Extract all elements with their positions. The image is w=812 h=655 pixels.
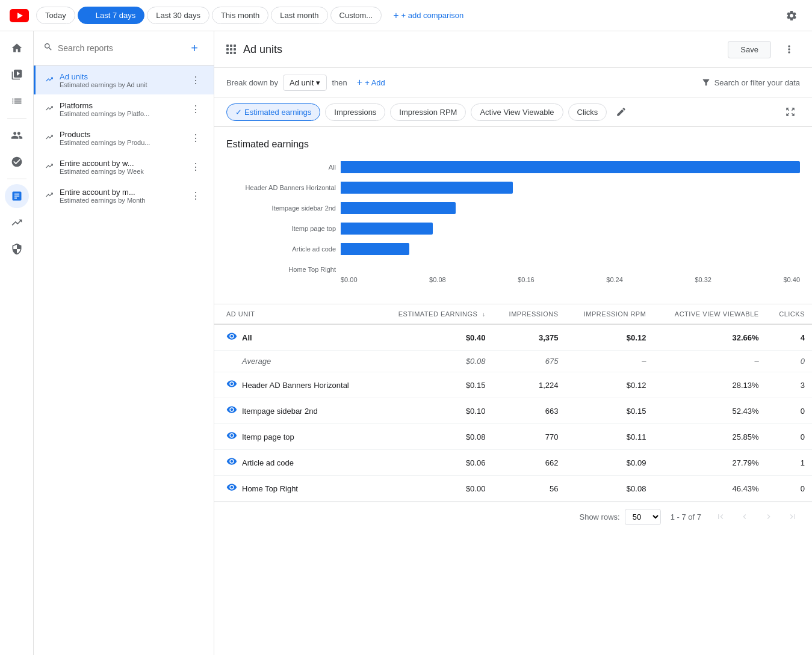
chart-bar-label-article: Article ad code (226, 245, 341, 253)
content-header: Ad units Save (214, 31, 812, 68)
main-area: + Ad units Estimated earnings by Ad unit… (0, 31, 812, 655)
eye-icon-home (226, 482, 237, 495)
td-article-rpm: $0.09 (566, 450, 654, 476)
th-impression-rpm[interactable]: Impression RPM (566, 304, 654, 324)
eye-icon-itemp (226, 430, 237, 443)
table-row-all: All $0.40 3,375 $0.12 32.66% 4 (214, 324, 812, 351)
table-row-header-ad: Header AD Banners Horizontal $0.15 1,224… (214, 372, 812, 398)
add-comparison-button[interactable]: + + add comparison (384, 6, 473, 25)
breakdown-value: Ad unit (290, 78, 314, 87)
sidebar-item-entire-month[interactable]: Entire account by m... Estimated earning… (34, 181, 214, 210)
search-filter-area: Search or filter your data (701, 78, 800, 87)
add-breakdown-button[interactable]: + + Add (352, 74, 390, 91)
chart-section: Estimated earnings All (214, 127, 812, 304)
rows-per-page-select[interactable]: 50 10 25 100 (625, 509, 661, 525)
plus-icon: + (191, 42, 198, 55)
sidebar-item-playlist[interactable] (5, 89, 29, 113)
chart-bar-track-header-ad (341, 182, 800, 194)
last-page-button[interactable] (783, 507, 802, 526)
sidebar-item-platforms-subtitle: Estimated earnings by Platfo... (60, 110, 187, 117)
th-active-view-viewable[interactable]: Active View Viewable (653, 304, 766, 324)
sidebar-item-ad-units-menu[interactable]: ⋮ (187, 72, 204, 88)
sidebar-item-platforms-menu[interactable]: ⋮ (187, 100, 204, 117)
th-ad-unit[interactable]: AD UNIT (214, 304, 377, 324)
td-article-avv: 27.79% (653, 450, 766, 476)
td-all-earnings: $0.40 (377, 324, 493, 351)
metrics-row: ✓ Estimated earnings Impressions Impress… (214, 97, 812, 127)
sidebar-item-audience[interactable] (5, 123, 29, 147)
eye-icon-all (226, 331, 237, 344)
metric-active-view-viewable[interactable]: Active View Viewable (471, 103, 563, 121)
sidebar-item-entire-month-menu[interactable]: ⋮ (187, 187, 204, 204)
sidebar-item-platforms[interactable]: Platforms Estimated earnings by Platfo..… (34, 94, 214, 123)
sidebar-item-analytics[interactable] (5, 184, 29, 208)
sidebar-item-ad-units[interactable]: Ad units Estimated earnings by Ad unit ⋮ (34, 66, 214, 94)
plus-icon: + (357, 77, 362, 88)
sidebar-item-block[interactable] (5, 150, 29, 174)
table-row-itempage: Itempage sidebar 2nd $0.10 663 $0.15 52.… (214, 398, 812, 424)
expand-chart-button[interactable] (781, 102, 800, 121)
sidebar-item-security[interactable] (5, 237, 29, 261)
sidebar-item-home[interactable] (5, 36, 29, 60)
grid-icon (226, 45, 236, 54)
td-header-ad-impressions: 1,224 (492, 372, 565, 398)
sidebar-item-trending[interactable] (5, 211, 29, 235)
then-label: then (332, 78, 347, 87)
last-30-days-button[interactable]: Last 30 days (147, 7, 209, 24)
table-section: AD UNIT Estimated earnings ↓ Impressions… (214, 304, 812, 531)
td-avg-avv: – (653, 351, 766, 372)
metric-impressions[interactable]: Impressions (325, 103, 385, 121)
chart-bar-track-itempage (341, 202, 800, 214)
settings-button[interactable] (781, 5, 802, 26)
sidebar-item-content[interactable] (5, 63, 29, 87)
pagination-row: Show rows: 50 10 25 100 1 - 7 of 7 (214, 502, 812, 531)
sidebar-item-entire-week-menu[interactable]: ⋮ (187, 158, 204, 175)
content-area: Ad units Save Break down by Ad unit ▾ th… (214, 31, 812, 655)
sidebar-item-entire-month-text: Entire account by m... Estimated earning… (60, 188, 187, 204)
main-scroll-area: Estimated earnings All (214, 127, 812, 655)
sidebar-item-products[interactable]: Products Estimated earnings by Produ... … (34, 123, 214, 152)
add-report-button[interactable]: + (185, 38, 204, 58)
td-itemp-clicks: 0 (766, 424, 812, 450)
edit-metrics-button[interactable] (612, 102, 631, 121)
metric-estimated-earnings[interactable]: ✓ Estimated earnings (226, 103, 320, 121)
chart-bar-label-home: Home Top Right (226, 266, 341, 273)
th-clicks[interactable]: Clicks (766, 304, 812, 324)
app-container: Today ✓ Last 7 days Last 30 days This mo… (0, 0, 812, 655)
metric-impression-rpm[interactable]: Impression RPM (390, 103, 466, 121)
sidebar-item-entire-week[interactable]: Entire account by w... Estimated earning… (34, 152, 214, 181)
first-page-button[interactable] (711, 507, 730, 526)
page-info: 1 - 7 of 7 (671, 512, 701, 521)
search-filter-text[interactable]: Search or filter your data (714, 78, 800, 87)
chart-bar-fill-article (341, 243, 409, 255)
more-options-button[interactable] (778, 38, 800, 60)
td-avg-name: Average (214, 351, 377, 372)
custom-button[interactable]: Custom... (330, 7, 382, 24)
save-button[interactable]: Save (728, 41, 771, 58)
chart-bar-label-itemp: Itemp page top (226, 225, 341, 232)
this-month-button[interactable]: This month (212, 7, 268, 24)
chart-bar-track-all (341, 161, 800, 173)
prev-page-button[interactable] (735, 507, 754, 526)
sidebar-list: Ad units Estimated earnings by Ad unit ⋮… (34, 66, 214, 655)
breakdown-select[interactable]: Ad unit ▾ (283, 75, 327, 91)
td-home-impressions: 56 (492, 476, 565, 502)
td-avg-earnings: $0.08 (377, 351, 493, 372)
next-page-button[interactable] (759, 507, 778, 526)
td-article-impressions: 662 (492, 450, 565, 476)
th-impressions[interactable]: Impressions (492, 304, 565, 324)
td-home-rpm: $0.08 (566, 476, 654, 502)
search-reports-input[interactable] (58, 43, 180, 53)
last-7-days-button[interactable]: ✓ Last 7 days (78, 7, 145, 24)
td-itemp-earnings: $0.08 (377, 424, 493, 450)
td-article-clicks: 1 (766, 450, 812, 476)
metric-clicks[interactable]: Clicks (568, 103, 607, 121)
th-estimated-earnings[interactable]: Estimated earnings ↓ (377, 304, 493, 324)
last-month-button[interactable]: Last month (271, 7, 327, 24)
today-button[interactable]: Today (36, 7, 75, 24)
sidebar-item-products-menu[interactable]: ⋮ (187, 129, 204, 146)
td-header-ad-earnings: $0.15 (377, 372, 493, 398)
sidebar-item-products-text: Products Estimated earnings by Produ... (60, 130, 187, 146)
sidebar-item-products-subtitle: Estimated earnings by Produ... (60, 139, 187, 146)
report-icon-products (45, 133, 54, 143)
